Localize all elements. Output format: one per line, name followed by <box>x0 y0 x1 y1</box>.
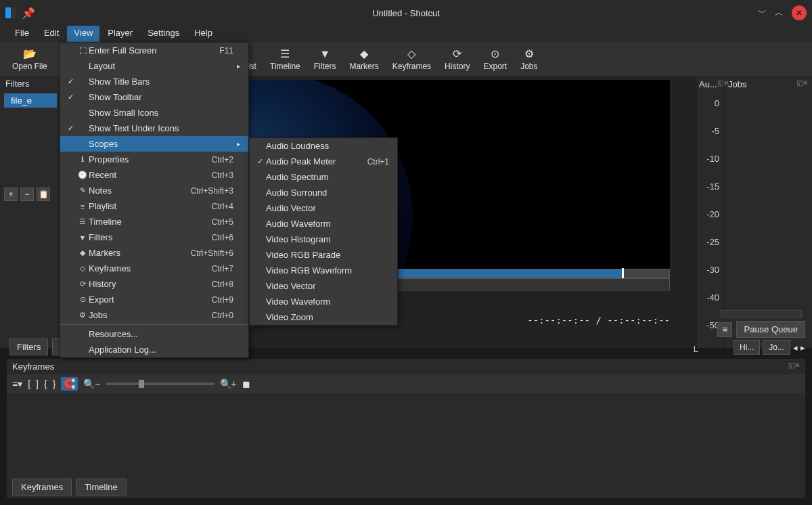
kf-zoom-slider[interactable] <box>106 382 215 385</box>
toolbar-open-file[interactable]: 📂Open File <box>5 45 54 74</box>
toolbar-icon: ▼ <box>319 48 330 60</box>
filters-panel-title: Filters <box>0 77 61 92</box>
toolbar-icon: ⟳ <box>453 48 461 60</box>
pin-icon[interactable]: 📌 <box>22 7 35 20</box>
maximize-icon[interactable]: ︿ <box>775 7 784 19</box>
view-menu-timeline[interactable]: ☰TimelineCtrl+5 <box>60 214 248 229</box>
scopes-audio-spectrum[interactable]: Audio Spectrum <box>250 169 397 185</box>
toolbar-export[interactable]: ⊙Export <box>476 45 514 74</box>
inout-timecode: --:--:--:-- / --:--:--:-- <box>527 315 670 326</box>
kf-bracket-open[interactable]: [ <box>28 378 30 389</box>
meter-tick: 0 <box>715 98 719 108</box>
tab-nav-left[interactable]: ◂ <box>793 343 798 353</box>
view-menu-markers[interactable]: ◆MarkersCtrl+Shift+6 <box>60 245 248 261</box>
toolbar-icon: ⊙ <box>491 48 499 60</box>
history-tab[interactable]: Hi... <box>734 340 760 355</box>
view-menu-export[interactable]: ⊙ExportCtrl+9 <box>60 292 248 307</box>
kf-menu-button[interactable]: ≡▾ <box>12 378 22 389</box>
copy-filter-button[interactable]: 📋 <box>37 188 50 201</box>
menu-view[interactable]: View <box>67 26 99 42</box>
view-menu-application-log-[interactable]: Application Log... <box>60 342 248 357</box>
kf-zoom-in[interactable]: 🔍+ <box>220 378 237 389</box>
menu-help[interactable]: Help <box>187 26 219 42</box>
close-icon[interactable]: ✕ <box>792 5 807 20</box>
menu-edit[interactable]: Edit <box>37 26 66 42</box>
jobs-panel-title: Jobs <box>728 79 746 89</box>
toolbar-keyframes[interactable]: ◇Keyframes <box>386 45 438 74</box>
toolbar-icon: 📂 <box>23 48 37 60</box>
tab-nav-right[interactable]: ▸ <box>800 343 805 353</box>
menu-settings[interactable]: Settings <box>141 26 186 42</box>
meter-tick: -15 <box>706 181 719 192</box>
kf-brace-open[interactable]: { <box>44 378 47 389</box>
toolbar-filters[interactable]: ▼Filters <box>307 45 343 74</box>
meter-tick: -40 <box>706 292 719 303</box>
add-filter-button[interactable]: + <box>4 188 18 201</box>
scopes-audio-peak-meter[interactable]: ✓Audio Peak MeterCtrl+1 <box>250 154 397 169</box>
scopes-video-vector[interactable]: Video Vector <box>250 278 397 294</box>
view-menu-show-text-under-icons[interactable]: ✓Show Text Under Icons <box>60 120 248 136</box>
meter-tick: -30 <box>706 265 719 275</box>
keyframes-bottom-tab[interactable]: Keyframes <box>12 479 72 496</box>
l-indicator: L <box>694 344 698 354</box>
view-menu-history[interactable]: ⟳HistoryCtrl+8 <box>60 276 248 292</box>
view-menu-filters[interactable]: ▼FiltersCtrl+6 <box>60 229 248 245</box>
meter-tick: -10 <box>706 154 719 164</box>
kf-fit-button[interactable]: ◼ <box>242 378 250 389</box>
jobs-menu-button[interactable]: ≡ <box>717 322 732 337</box>
scopes-video-rgb-waveform[interactable]: Video RGB Waveform <box>250 263 397 278</box>
kf-snap-button[interactable]: 🧲 <box>61 377 78 391</box>
jobs-scrollbar[interactable] <box>721 310 802 318</box>
remove-filter-button[interactable]: − <box>20 188 34 201</box>
toolbar-icon: ◇ <box>407 48 415 60</box>
toolbar-timeline[interactable]: ☰Timeline <box>263 45 307 74</box>
audio-meter-title: Au... <box>699 79 717 89</box>
scopes-audio-vector[interactable]: Audio Vector <box>250 200 397 216</box>
toolbar-history[interactable]: ⟳History <box>438 45 476 74</box>
app-icon <box>5 7 16 18</box>
meter-tick: -20 <box>706 209 719 219</box>
timeline-bottom-tab[interactable]: Timeline <box>76 479 127 496</box>
view-menu-layout[interactable]: Layout▸ <box>60 58 248 74</box>
filters-tab[interactable]: Filters <box>9 338 48 355</box>
menubar: File Edit View Player Settings Help <box>0 26 812 42</box>
toolbar-jobs[interactable]: ⚙Jobs <box>514 45 544 74</box>
view-menu-dropdown: ⛶Enter Full ScreenF11Layout▸✓Show Title … <box>60 42 249 358</box>
view-menu-recent[interactable]: 🕘RecentCtrl+3 <box>60 167 248 183</box>
jobs-tab[interactable]: Jo... <box>763 340 790 355</box>
scopes-audio-waveform[interactable]: Audio Waveform <box>250 216 397 232</box>
scopes-video-waveform[interactable]: Video Waveform <box>250 294 397 309</box>
kf-zoom-out[interactable]: 🔍− <box>83 378 100 389</box>
titlebar: 📌 Untitled - Shotcut ﹀ ︿ ✕ <box>0 0 812 26</box>
meter-tick: -5 <box>711 126 719 136</box>
keyframes-undock-icon[interactable]: ◱✕ <box>788 361 800 372</box>
pause-queue-button[interactable]: Pause Queue <box>736 321 805 338</box>
menu-player[interactable]: Player <box>101 26 139 42</box>
menu-file[interactable]: File <box>8 26 36 42</box>
jobs-undock-icon[interactable]: ◱✕ <box>796 79 808 89</box>
scopes-video-histogram[interactable]: Video Histogram <box>250 232 397 247</box>
view-menu-enter-full-screen[interactable]: ⛶Enter Full ScreenF11 <box>60 43 248 58</box>
view-menu-playlist[interactable]: ≡PlaylistCtrl+4 <box>60 198 248 214</box>
scopes-video-zoom[interactable]: Video Zoom <box>250 309 397 325</box>
kf-brace-close[interactable]: } <box>53 378 56 389</box>
view-menu-show-title-bars[interactable]: ✓Show Title Bars <box>60 74 248 89</box>
view-menu-show-toolbar[interactable]: ✓Show Toolbar <box>60 89 248 105</box>
toolbar-markers[interactable]: ◆Markers <box>342 45 385 74</box>
view-menu-scopes[interactable]: Scopes▸ <box>60 136 248 152</box>
filter-file-item[interactable]: file_e <box>4 93 57 108</box>
toolbar-icon: ⚙ <box>524 48 534 60</box>
view-menu-properties[interactable]: ℹPropertiesCtrl+2 <box>60 152 248 167</box>
scopes-audio-loudness[interactable]: Audio Loudness <box>250 138 397 154</box>
view-menu-keyframes[interactable]: ◇KeyframesCtrl+7 <box>60 261 248 276</box>
audio-meter-scale: 0-5-10-15-20-25-30-40-50 <box>697 98 723 330</box>
toolbar-icon: ☰ <box>280 48 290 60</box>
view-menu-jobs[interactable]: ⚙JobsCtrl+0 <box>60 307 248 323</box>
view-menu-notes[interactable]: ✎NotesCtrl+Shift+3 <box>60 183 248 198</box>
kf-bracket-close[interactable]: ] <box>36 378 39 389</box>
scopes-video-rgb-parade[interactable]: Video RGB Parade <box>250 247 397 263</box>
view-menu-resources-[interactable]: Resources... <box>60 326 248 342</box>
scopes-audio-surround[interactable]: Audio Surround <box>250 185 397 200</box>
minimize-icon[interactable]: ﹀ <box>758 7 767 19</box>
view-menu-show-small-icons[interactable]: Show Small Icons <box>60 105 248 120</box>
